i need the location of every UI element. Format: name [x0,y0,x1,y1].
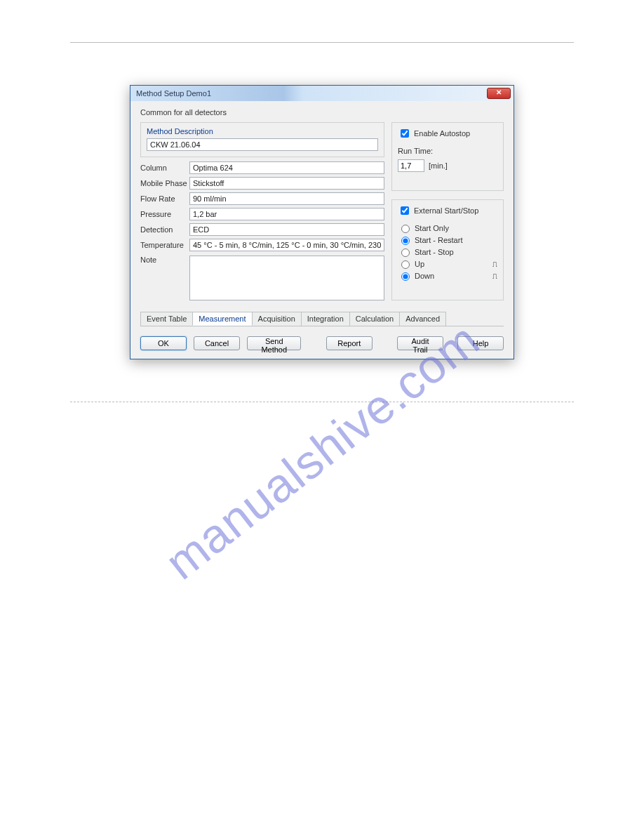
method-description-label: Method Description [147,127,378,135]
rising-edge-icon: ⎍ [492,260,497,268]
dashed-separator [70,402,574,402]
start-stop-radio[interactable]: Start - Stop [398,246,497,257]
autostop-group: Enable Autostop Run Time: [min.] [391,122,504,191]
mobile-phase-label: Mobile Phase [140,179,189,187]
detection-label: Detection [140,225,189,234]
send-method-button[interactable]: Send Method [247,336,301,350]
start-restart-radio[interactable]: Start - Restart [398,234,497,245]
external-start-stop-input[interactable] [401,206,409,215]
report-button[interactable]: Report [326,336,373,350]
method-description-group: Method Description [140,122,384,157]
tab-event-table[interactable]: Event Table [140,312,193,326]
titlebar: Method Setup Demo1 ✕ [130,86,514,101]
note-textarea[interactable] [189,256,384,300]
external-start-stop-group: External Start/Stop Start Only Start - R… [391,199,504,300]
ok-button[interactable]: OK [140,336,187,350]
method-description-input[interactable] [147,138,378,151]
column-label: Column [140,164,189,172]
temperature-label: Temperature [140,241,189,249]
tab-calculation[interactable]: Calculation [349,312,400,326]
column-input[interactable] [189,161,384,174]
pressure-label: Pressure [140,210,189,218]
flow-rate-input[interactable] [189,192,384,205]
enable-autostop-input[interactable] [401,129,409,138]
down-radio[interactable]: Down ⎍ [398,270,497,281]
external-start-stop-checkbox[interactable]: External Start/Stop [398,204,497,217]
close-button[interactable]: ✕ [487,88,511,99]
start-only-radio[interactable]: Start Only [398,223,497,233]
falling-edge-icon: ⎍ [492,272,497,280]
tab-advanced[interactable]: Advanced [399,312,446,326]
dialog-title: Method Setup Demo1 [136,89,211,98]
help-button[interactable]: Help [457,336,504,350]
note-label: Note [140,256,189,264]
run-time-input[interactable] [398,159,424,172]
method-setup-dialog: Method Setup Demo1 ✕ Common for all dete… [130,85,514,359]
up-radio[interactable]: Up ⎍ [398,258,497,269]
tab-measurement[interactable]: Measurement [192,312,252,326]
tab-acquisition[interactable]: Acquisition [252,312,302,326]
tab-integration[interactable]: Integration [301,312,350,326]
run-time-unit: [min.] [429,161,448,170]
cancel-button[interactable]: Cancel [194,336,240,350]
flow-rate-label: Flow Rate [140,194,189,203]
top-rule [70,42,574,43]
mobile-phase-input[interactable] [189,177,384,190]
tab-strip: Event Table Measurement Acquisition Inte… [140,312,504,326]
enable-autostop-label: Enable Autostop [414,129,470,138]
common-for-all-label: Common for all detectors [140,108,504,117]
button-bar: OK Cancel Send Method Report Audit Trail… [130,331,514,359]
pressure-input[interactable] [189,208,384,220]
temperature-input[interactable] [189,239,384,251]
external-start-stop-label: External Start/Stop [414,206,478,215]
audit-trail-button[interactable]: Audit Trail [397,336,443,350]
run-time-label: Run Time: [398,147,497,155]
enable-autostop-checkbox[interactable]: Enable Autostop [398,127,497,140]
detection-input[interactable] [189,223,384,236]
